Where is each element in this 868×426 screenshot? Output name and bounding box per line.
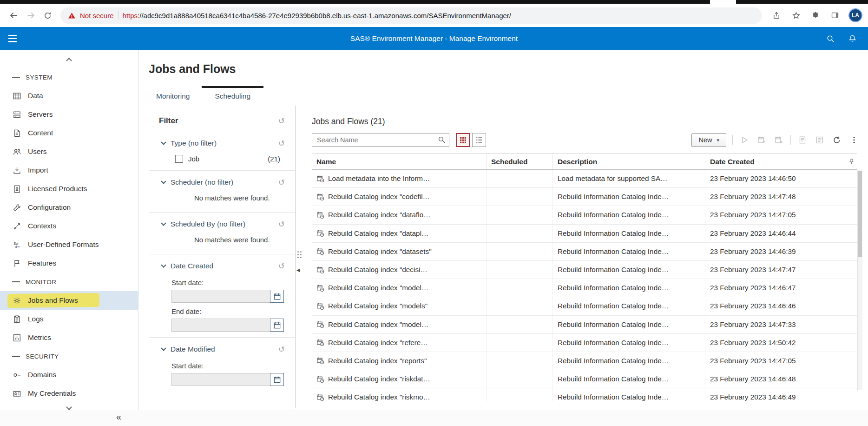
- contexts-icon: [12, 222, 21, 231]
- extensions-button[interactable]: [809, 9, 822, 21]
- table-row[interactable]: Rebuild Catalog index "model…Rebuild Inf…: [312, 279, 857, 297]
- filter-section-date-created: Date Created ↺ Start date: End date:: [149, 254, 295, 337]
- import-icon: [12, 166, 21, 175]
- chevron-down-icon[interactable]: [161, 179, 166, 184]
- column-header-name[interactable]: Name: [312, 154, 487, 169]
- panel-splitter[interactable]: ◀: [295, 110, 312, 408]
- sidebar-scroll-up[interactable]: [0, 50, 138, 68]
- column-header-description[interactable]: Description: [553, 154, 705, 169]
- job-filter-label: Job: [188, 155, 199, 163]
- chevron-down-icon: [66, 404, 72, 410]
- schedule-button[interactable]: [756, 134, 767, 146]
- browser-profile-avatar[interactable]: LA: [848, 8, 862, 22]
- reset-scheduler-filter-icon[interactable]: ↺: [278, 178, 285, 187]
- table-row[interactable]: Rebuild Catalog index "datasets"Rebuild …: [312, 243, 857, 261]
- sidebar-item-data[interactable]: Data: [0, 87, 138, 105]
- created-start-date-input[interactable]: [171, 290, 270, 303]
- splitter-handle[interactable]: [297, 250, 302, 260]
- sidebar-item-content[interactable]: Content: [0, 124, 138, 142]
- modified-start-calendar-button[interactable]: [270, 373, 284, 386]
- table-row[interactable]: Rebuild Catalog index "model…Rebuild Inf…: [312, 316, 857, 334]
- table-row[interactable]: Rebuild Catalog index "codefil…Rebuild I…: [312, 188, 857, 206]
- not-secure-warning-icon[interactable]: [68, 12, 76, 20]
- cell-description: Rebuild Information Catalog Inde…: [553, 352, 705, 370]
- sidebar-item-domains[interactable]: Domains: [0, 366, 138, 384]
- sidebar-item-licensed-products[interactable]: Licensed Products: [0, 180, 138, 198]
- sidebar-item-metrics[interactable]: Metrics: [0, 328, 138, 347]
- chevron-down-icon[interactable]: [161, 140, 166, 145]
- new-button[interactable]: New▾: [691, 133, 726, 147]
- collapse-filter-arrow[interactable]: ◀: [296, 267, 300, 273]
- forward-icon: [26, 11, 35, 20]
- created-start-calendar-button[interactable]: [270, 290, 284, 303]
- filter-type-label: Type (no filter): [171, 139, 273, 147]
- table-row[interactable]: Rebuild Catalog index "reports"Rebuild I…: [312, 352, 857, 370]
- reset-scheduled-by-filter-icon[interactable]: ↺: [278, 220, 285, 229]
- share-button[interactable]: [770, 9, 783, 21]
- sidebar-item-features[interactable]: Features: [0, 254, 138, 273]
- job-checkbox[interactable]: [175, 155, 183, 163]
- modified-start-date-input[interactable]: [171, 373, 270, 386]
- sidebar-item-import[interactable]: Import: [0, 161, 138, 180]
- search-input[interactable]: [312, 133, 449, 147]
- refresh-button[interactable]: [831, 134, 842, 146]
- chevron-down-icon: ▾: [717, 137, 719, 143]
- sidebar-item-configuration[interactable]: Configuration: [0, 198, 138, 217]
- sidebar-item-logs[interactable]: Logs: [0, 310, 138, 328]
- collapse-sidebar-icon[interactable]: «: [116, 412, 121, 422]
- chevron-down-icon[interactable]: [161, 346, 166, 351]
- page-url[interactable]: https://adc9c9d1a888a40518ca6341c4ba4586…: [123, 12, 511, 20]
- pin-icon: [848, 159, 855, 165]
- chevron-down-icon[interactable]: [161, 220, 166, 226]
- address-bar[interactable]: Not secure https://adc9c9d1a888a40518ca6…: [60, 7, 762, 24]
- sidebar-item-contexts[interactable]: Contexts: [0, 217, 138, 235]
- menu-button[interactable]: [0, 27, 25, 50]
- cell-name: Rebuild Catalog index "models": [312, 297, 487, 315]
- list-view-toggle[interactable]: [472, 133, 486, 147]
- report-button[interactable]: [797, 134, 808, 146]
- side-panel-button[interactable]: [829, 9, 841, 21]
- sidebar-item-servers[interactable]: Servers: [0, 105, 138, 124]
- table-row[interactable]: Load metadata into the Inform…Load metad…: [312, 170, 857, 188]
- table-row[interactable]: Rebuild Catalog index "models"Rebuild In…: [312, 297, 857, 315]
- column-header-scheduled[interactable]: Scheduled: [487, 154, 553, 169]
- table-scrollbar[interactable]: [857, 170, 862, 390]
- sidebar-item-jobs-and-flows[interactable]: Jobs and Flows: [0, 291, 138, 310]
- reset-date-modified-filter-icon[interactable]: ↺: [278, 345, 285, 354]
- notifications-button[interactable]: [848, 34, 857, 43]
- table-row[interactable]: Rebuild Catalog index "decisi…Rebuild In…: [312, 261, 857, 279]
- table-row[interactable]: Rebuild Catalog index "dataflo…Rebuild I…: [312, 206, 857, 224]
- column-header-date-created[interactable]: Date Created: [705, 154, 846, 169]
- reset-type-filter-icon[interactable]: ↺: [278, 139, 285, 148]
- cell-scheduled: [487, 334, 553, 352]
- table-row[interactable]: Rebuild Catalog index "riskmo…Rebuild In…: [312, 388, 857, 401]
- forward-button[interactable]: [22, 7, 39, 24]
- scrollbar-thumb[interactable]: [858, 171, 862, 257]
- reset-date-created-filter-icon[interactable]: ↺: [278, 261, 285, 271]
- not-secure-label[interactable]: Not secure: [80, 12, 114, 20]
- details-button[interactable]: [814, 134, 825, 146]
- chevron-down-icon[interactable]: [161, 262, 166, 267]
- reload-button[interactable]: [39, 7, 56, 24]
- created-end-calendar-button[interactable]: [270, 319, 284, 332]
- reset-all-filters-icon[interactable]: ↺: [278, 116, 285, 126]
- table-row[interactable]: Rebuild Catalog index "refere…Rebuild In…: [312, 334, 857, 352]
- more-options-button[interactable]: [848, 134, 860, 146]
- column-options-button[interactable]: [846, 154, 857, 169]
- sidebar-scroll-down[interactable]: [0, 405, 138, 409]
- tab-monitoring[interactable]: Monitoring: [149, 86, 197, 106]
- bookmark-button[interactable]: [790, 9, 802, 21]
- header-search-button[interactable]: [826, 34, 835, 43]
- table-row[interactable]: Rebuild Catalog index "riskdat…Rebuild I…: [312, 370, 857, 388]
- sidebar-item-users[interactable]: Users: [0, 142, 138, 161]
- back-button[interactable]: [6, 7, 22, 24]
- grid-view-toggle[interactable]: [456, 133, 470, 147]
- created-end-date-input[interactable]: [171, 319, 270, 332]
- sidebar-item-user-defined-formats[interactable]: $wdUser-Defined Formats: [0, 235, 138, 254]
- tab-scheduling[interactable]: Scheduling: [207, 86, 258, 106]
- unschedule-button[interactable]: [773, 134, 784, 146]
- run-button[interactable]: [739, 134, 750, 146]
- table-row[interactable]: Rebuild Catalog index "datapl…Rebuild In…: [312, 225, 857, 243]
- search-icon[interactable]: [438, 136, 446, 146]
- sidebar-item-my-credentials[interactable]: My Credentials: [0, 384, 138, 403]
